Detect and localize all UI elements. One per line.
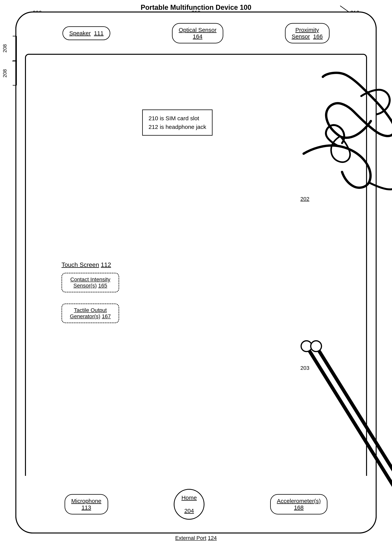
external-port-label: External Port 124 bbox=[175, 535, 217, 541]
svg-line-7 bbox=[307, 348, 392, 490]
optical-num: 164 bbox=[193, 33, 202, 40]
side-bracket-lines bbox=[11, 36, 19, 87]
proximity-sensor-component: Proximity Sensor 166 bbox=[285, 23, 330, 43]
home-button: Home 204 bbox=[174, 489, 205, 520]
accelerometer-label: Accelerometer(s) bbox=[277, 498, 321, 504]
note-line1: 210 is SIM card slot bbox=[149, 114, 206, 123]
accelerometer-component: Accelerometer(s) 168 bbox=[270, 494, 327, 514]
microphone-component: Microphone 113 bbox=[65, 494, 108, 514]
label-208-top: 208 bbox=[2, 44, 8, 52]
speaker-component: Speaker 111 bbox=[62, 26, 110, 40]
device-bottom: Microphone 113 Home 204 Accelerometer(s)… bbox=[15, 476, 377, 533]
label-202: 202 bbox=[300, 196, 309, 202]
proximity-line2: Sensor bbox=[292, 33, 310, 40]
tactile-output-box: Tactile Output Generator(s) 167 bbox=[62, 303, 119, 323]
microphone-label: Microphone bbox=[71, 498, 101, 504]
device-header: Speaker 111 Optical Sensor 164 Proximity… bbox=[15, 12, 377, 54]
speaker-num: 111 bbox=[94, 30, 104, 36]
home-num: 204 bbox=[184, 508, 194, 514]
microphone-num: 113 bbox=[81, 504, 91, 511]
accelerometer-num: 168 bbox=[294, 504, 304, 511]
home-label: Home bbox=[181, 495, 197, 501]
speaker-label: Speaker bbox=[69, 30, 91, 36]
note-line2: 212 is headphone jack bbox=[149, 123, 206, 131]
label-203: 203 bbox=[300, 365, 309, 371]
label-208-bottom: 208 bbox=[2, 69, 8, 77]
optical-sensor-component: Optical Sensor 164 bbox=[172, 23, 223, 43]
optical-label: Optical Sensor bbox=[179, 27, 217, 33]
proximity-num: 166 bbox=[313, 33, 323, 40]
svg-point-10 bbox=[311, 341, 322, 352]
note-box: 210 is SIM card slot 212 is headphone ja… bbox=[142, 110, 212, 136]
proximity-label: Proximity bbox=[295, 27, 319, 33]
hand-illustration bbox=[284, 67, 392, 202]
contact-intensity-box: Contact Intensity Sensor(s) 165 bbox=[62, 273, 119, 292]
touch-screen-label: Touch Screen 112 bbox=[62, 261, 111, 268]
